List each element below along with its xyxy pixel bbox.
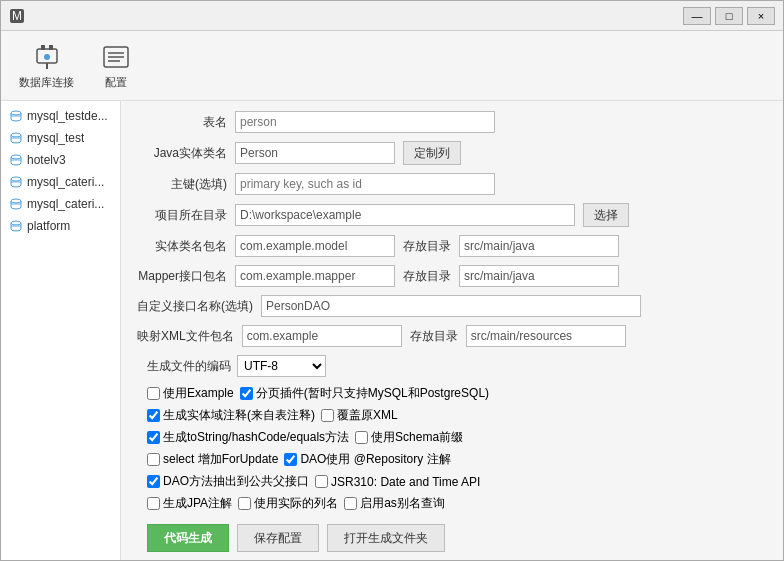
toolbar-db-label: 数据库连接 — [19, 75, 74, 90]
select-for-update-checkbox[interactable]: select 增加ForUpdate — [147, 451, 278, 468]
entity-save-label: 存放目录 — [403, 238, 451, 255]
table-name-row: 表名 — [137, 111, 767, 133]
primary-key-row: 主键(选填) — [137, 173, 767, 195]
toolbar-db-connect[interactable]: 数据库连接 — [11, 37, 82, 94]
svg-point-11 — [11, 111, 21, 115]
svg-point-21 — [11, 221, 21, 225]
primary-key-input[interactable] — [235, 173, 495, 195]
db-icon-0 — [9, 109, 23, 123]
app-icon: M — [9, 8, 25, 24]
project-dir-input[interactable] — [235, 204, 575, 226]
toolbar-config[interactable]: 配置 — [92, 37, 140, 94]
db-icon-2 — [9, 153, 23, 167]
db-icon-5 — [9, 219, 23, 233]
encoding-select[interactable]: UTF-8 GBK ISO-8859-1 — [237, 355, 326, 377]
mapper-save-input[interactable] — [459, 265, 619, 287]
dao-interface-checkbox[interactable]: DAO方法抽出到公共父接口 — [147, 473, 309, 490]
mapper-pkg-input[interactable] — [235, 265, 395, 287]
svg-point-17 — [11, 177, 21, 181]
main-area: mysql_testde... mysql_test hotelv3 mysql… — [1, 101, 783, 560]
dao-repository-checkbox[interactable]: DAO使用 @Repository 注解 — [284, 451, 450, 468]
title-bar: M — □ × — [1, 1, 783, 31]
checkbox-row-1: 使用Example 分页插件(暂时只支持MySQL和PostgreSQL) — [137, 385, 767, 402]
cover-xml-checkbox[interactable]: 覆盖原XML — [321, 407, 398, 424]
xml-pkg-input[interactable] — [242, 325, 402, 347]
sidebar: mysql_testde... mysql_test hotelv3 mysql… — [1, 101, 121, 560]
entity-save-input[interactable] — [459, 235, 619, 257]
sidebar-item-0[interactable]: mysql_testde... — [1, 105, 120, 127]
choose-dir-button[interactable]: 选择 — [583, 203, 629, 227]
project-dir-label: 项目所在目录 — [137, 207, 227, 224]
sidebar-item-4[interactable]: mysql_cateri... — [1, 193, 120, 215]
toolbar-config-label: 配置 — [105, 75, 127, 90]
svg-point-6 — [44, 54, 50, 60]
checkbox-row-5: DAO方法抽出到公共父接口 JSR310: Date and Time API — [137, 473, 767, 490]
use-schema-checkbox[interactable]: 使用Schema前缀 — [355, 429, 463, 446]
entity-pkg-input[interactable] — [235, 235, 395, 257]
entity-name-row: Java实体类名 定制列 — [137, 141, 767, 165]
paging-checkbox[interactable]: 分页插件(暂时只支持MySQL和PostgreSQL) — [240, 385, 489, 402]
plug-icon — [31, 41, 63, 73]
title-bar-left: M — [9, 8, 25, 24]
enable-as-checkbox[interactable]: 启用as别名查询 — [344, 495, 445, 512]
action-buttons-row: 代码生成 保存配置 打开生成文件夹 — [137, 524, 767, 552]
encoding-row: 生成文件的编码 UTF-8 GBK ISO-8859-1 — [137, 355, 767, 377]
db-icon-4 — [9, 197, 23, 211]
list-icon — [100, 41, 132, 73]
custom-interface-row: 自定义接口名称(选填) — [137, 295, 767, 317]
svg-rect-4 — [49, 45, 53, 50]
watermark-area: https://blog.csdn.net/weixin_44647593 — [137, 558, 767, 560]
open-folder-button[interactable]: 打开生成文件夹 — [327, 524, 445, 552]
custom-col-button[interactable]: 定制列 — [403, 141, 461, 165]
minimize-button[interactable]: — — [683, 7, 711, 25]
toolbar: 数据库连接 配置 — [1, 31, 783, 101]
use-example-checkbox[interactable]: 使用Example — [147, 385, 234, 402]
custom-interface-label: 自定义接口名称(选填) — [137, 298, 253, 315]
svg-rect-3 — [41, 45, 45, 50]
sidebar-item-label-3: mysql_cateri... — [27, 175, 104, 189]
entity-name-input[interactable] — [235, 142, 395, 164]
sidebar-item-label-2: hotelv3 — [27, 153, 66, 167]
entity-pkg-row: 实体类名包名 存放目录 — [137, 235, 767, 257]
entity-comment-checkbox[interactable]: 生成实体域注释(来自表注释) — [147, 407, 315, 424]
mapper-pkg-label: Mapper接口包名 — [137, 268, 227, 285]
mapper-save-label: 存放目录 — [403, 268, 451, 285]
use-actual-name-checkbox[interactable]: 使用实际的列名 — [238, 495, 338, 512]
table-name-label: 表名 — [137, 114, 227, 131]
custom-interface-input[interactable] — [261, 295, 641, 317]
xml-save-label: 存放目录 — [410, 328, 458, 345]
jsr310-checkbox[interactable]: JSR310: Date and Time API — [315, 475, 480, 489]
sidebar-item-label-0: mysql_testde... — [27, 109, 108, 123]
entity-pkg-label: 实体类名包名 — [137, 238, 227, 255]
sidebar-item-1[interactable]: mysql_test — [1, 127, 120, 149]
sidebar-item-label-4: mysql_cateri... — [27, 197, 104, 211]
svg-text:M: M — [12, 9, 22, 23]
jpa-annotation-checkbox[interactable]: 生成JPA注解 — [147, 495, 232, 512]
sidebar-item-2[interactable]: hotelv3 — [1, 149, 120, 171]
save-config-button[interactable]: 保存配置 — [237, 524, 319, 552]
svg-point-15 — [11, 155, 21, 159]
svg-point-19 — [11, 199, 21, 203]
table-name-input[interactable] — [235, 111, 495, 133]
primary-key-label: 主键(选填) — [137, 176, 227, 193]
close-button[interactable]: × — [747, 7, 775, 25]
content-panel: 表名 Java实体类名 定制列 主键(选填) 项目所在目录 选择 — [121, 101, 783, 560]
sidebar-item-label-1: mysql_test — [27, 131, 84, 145]
xml-pkg-label: 映射XML文件包名 — [137, 328, 234, 345]
title-controls: — □ × — [683, 7, 775, 25]
sidebar-item-5[interactable]: platform — [1, 215, 120, 237]
db-icon-3 — [9, 175, 23, 189]
generate-button[interactable]: 代码生成 — [147, 524, 229, 552]
sidebar-item-3[interactable]: mysql_cateri... — [1, 171, 120, 193]
mapper-pkg-row: Mapper接口包名 存放目录 — [137, 265, 767, 287]
checkbox-row-6: 生成JPA注解 使用实际的列名 启用as别名查询 — [137, 495, 767, 512]
to-string-checkbox[interactable]: 生成toString/hashCode/equals方法 — [147, 429, 349, 446]
xml-save-input[interactable] — [466, 325, 626, 347]
watermark-text: https://blog.csdn.net/weixin_44647593 — [580, 559, 767, 560]
checkbox-row-3: 生成toString/hashCode/equals方法 使用Schema前缀 — [137, 429, 767, 446]
main-window: M — □ × 数据库连接 — [0, 0, 784, 561]
svg-point-13 — [11, 133, 21, 137]
checkbox-row-4: select 增加ForUpdate DAO使用 @Repository 注解 — [137, 451, 767, 468]
sidebar-item-label-5: platform — [27, 219, 70, 233]
maximize-button[interactable]: □ — [715, 7, 743, 25]
